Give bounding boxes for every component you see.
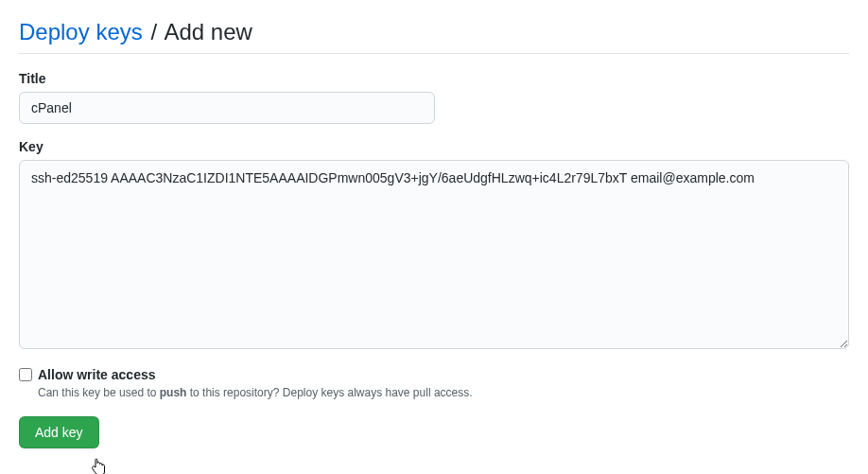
title-input[interactable] [19,92,435,124]
breadcrumb-current: Add new [164,19,252,44]
key-textarea[interactable]: ssh-ed25519 AAAAC3NzaC1IZDI1NTE5AAAAIDGP… [19,160,849,349]
write-access-note: Can this key be used to push to this rep… [38,386,849,399]
note-bold: push [160,386,187,399]
breadcrumb-separator: / [150,19,157,44]
allow-write-access-checkbox[interactable] [19,368,32,381]
breadcrumb-link-deploy-keys[interactable]: Deploy keys [19,19,143,44]
pointer-cursor-icon [91,458,868,474]
write-access-group: Allow write access Can this key be used … [19,367,849,399]
allow-write-access-label[interactable]: Allow write access [38,367,156,382]
note-prefix: Can this key be used to [38,386,160,399]
add-key-button[interactable]: Add key [19,416,99,448]
key-label: Key [19,139,849,154]
title-field-group: Title [19,71,849,124]
page-header: Deploy keys / Add new [19,19,849,54]
title-label: Title [19,71,849,86]
key-field-group: Key ssh-ed25519 AAAAC3NzaC1IZDI1NTE5AAAA… [19,139,849,352]
note-suffix: to this repository? Deploy keys always h… [186,386,472,399]
